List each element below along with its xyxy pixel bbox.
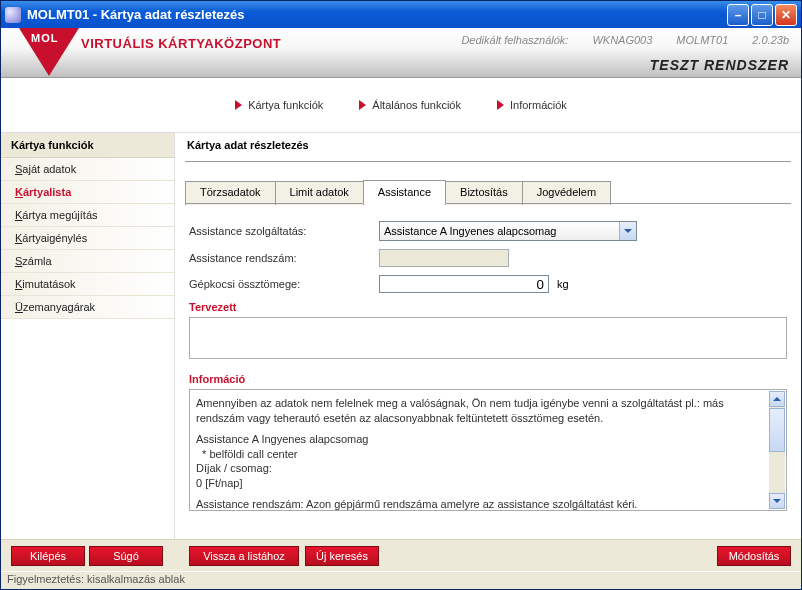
- sidebar-item-label: imutatások: [22, 278, 75, 290]
- new-search-button[interactable]: Új keresés: [305, 546, 379, 566]
- tab-bar: TörzsadatokLimit adatokAssistanceBiztosí…: [185, 180, 791, 204]
- app-window: MOLMT01 - Kártya adat részletezés – □ ✕ …: [0, 0, 802, 590]
- banner: VIRTUÁLIS KÁRTYAKÖZPONT Dedikált felhasz…: [1, 28, 801, 78]
- row-service: Assistance szolgáltatás:: [189, 221, 787, 241]
- info-line: * belföldi call center: [196, 447, 766, 462]
- topmenu-item-cards[interactable]: Kártya funkciók: [235, 99, 323, 111]
- tab[interactable]: Limit adatok: [275, 181, 364, 205]
- meta-user: WKNAG003: [592, 34, 652, 46]
- sidebar-item[interactable]: Üzemanyagárak: [1, 296, 174, 319]
- meta-version: 2.0.23b: [752, 34, 789, 46]
- scroll-track[interactable]: [769, 453, 785, 493]
- plate-input: [379, 249, 509, 267]
- planned-box: [189, 317, 787, 359]
- service-label: Assistance szolgáltatás:: [189, 225, 379, 237]
- sidebar-item[interactable]: Kártyaigénylés: [1, 227, 174, 250]
- info-line: 0 [Ft/nap]: [196, 476, 766, 491]
- status-bar: Figyelmeztetés: kisalkalmazás ablak: [1, 571, 801, 589]
- row-plate: Assistance rendszám:: [189, 249, 787, 267]
- sidebar-item[interactable]: Saját adatok: [1, 158, 174, 181]
- plate-label: Assistance rendszám:: [189, 252, 379, 264]
- sidebar-items: Saját adatokKártyalistaKártya megújításK…: [1, 158, 174, 319]
- info-box: Amennyiben az adatok nem felelnek meg a …: [189, 389, 787, 511]
- sidebar-heading: Kártya funkciók: [1, 133, 174, 158]
- exit-button[interactable]: Kilépés: [11, 546, 85, 566]
- sidebar-item-label: ártyaigénylés: [22, 232, 87, 244]
- close-button[interactable]: ✕: [775, 4, 797, 26]
- service-select[interactable]: [379, 221, 637, 241]
- info-line: Amennyiben az adatok nem felelnek meg a …: [196, 396, 766, 426]
- help-button[interactable]: Súgó: [89, 546, 163, 566]
- sidebar-item-label: ártya megújítás: [22, 209, 97, 221]
- service-select-wrap: [379, 221, 637, 241]
- sidebar-item-hotkey: Ü: [15, 301, 23, 313]
- sidebar-item-label: zemanyagárak: [23, 301, 95, 313]
- main-heading: Kártya adat részletezés: [185, 133, 791, 162]
- main-panel: Kártya adat részletezés TörzsadatokLimit…: [175, 133, 801, 539]
- sidebar-item-label: aját adatok: [22, 163, 76, 175]
- banner-title: VIRTUÁLIS KÁRTYAKÖZPONT: [81, 36, 281, 51]
- topmenu-label: Általános funkciók: [372, 99, 461, 111]
- topmenu-label: Kártya funkciók: [248, 99, 323, 111]
- mol-logo-icon: [19, 28, 79, 76]
- app-icon: [5, 7, 21, 23]
- scroll-up-icon[interactable]: [769, 391, 785, 407]
- info-line: Assistance rendszám: Azon gépjármű rends…: [196, 497, 766, 512]
- window-title: MOLMT01 - Kártya adat részletezés: [27, 7, 727, 22]
- tab-underline: [185, 203, 791, 204]
- info-scrollbar[interactable]: [769, 391, 785, 509]
- tab[interactable]: Törzsadatok: [185, 181, 276, 205]
- tab[interactable]: Assistance: [363, 180, 446, 204]
- row-weight: Gépkocsi össztömege: kg: [189, 275, 787, 293]
- triangle-right-icon: [359, 100, 366, 110]
- modify-button[interactable]: Módosítás: [717, 546, 791, 566]
- topmenu-label: Információk: [510, 99, 567, 111]
- sidebar-item-label: zámla: [22, 255, 51, 267]
- info-line: Díjak / csomag:: [196, 461, 766, 476]
- meta-app: MOLMT01: [676, 34, 728, 46]
- section-info-title: Információ: [189, 373, 787, 385]
- info-line: Assistance A Ingyenes alapcsomag: [196, 432, 766, 447]
- tab[interactable]: Biztosítás: [445, 181, 523, 205]
- banner-meta: Dedikált felhasználók: WKNAG003 MOLMT01 …: [461, 34, 789, 46]
- tab[interactable]: Jogvédelem: [522, 181, 611, 205]
- triangle-right-icon: [235, 100, 242, 110]
- titlebar: MOLMT01 - Kártya adat részletezés – □ ✕: [1, 1, 801, 28]
- sidebar-item[interactable]: Kártya megújítás: [1, 204, 174, 227]
- weight-unit: kg: [557, 278, 569, 290]
- sidebar: Kártya funkciók Saját adatokKártyalistaK…: [1, 133, 175, 539]
- sidebar-item[interactable]: Számla: [1, 250, 174, 273]
- topmenu-item-info[interactable]: Információk: [497, 99, 567, 111]
- meta-label: Dedikált felhasználók:: [461, 34, 568, 46]
- scroll-down-icon[interactable]: [769, 493, 785, 509]
- back-to-list-button[interactable]: Vissza a listához: [189, 546, 299, 566]
- maximize-button[interactable]: □: [751, 4, 773, 26]
- weight-input[interactable]: [379, 275, 549, 293]
- sidebar-item[interactable]: Kimutatások: [1, 273, 174, 296]
- weight-label: Gépkocsi össztömege:: [189, 278, 379, 290]
- sidebar-item-hotkey: K: [15, 186, 23, 198]
- bottom-bar: Kilépés Súgó Vissza a listához Új keresé…: [1, 539, 801, 571]
- sidebar-item[interactable]: Kártyalista: [1, 181, 174, 204]
- content: Kártya funkciók Saját adatokKártyalistaK…: [1, 133, 801, 539]
- banner-environment-tag: TESZT RENDSZER: [650, 57, 789, 73]
- section-planned-title: Tervezett: [189, 301, 787, 313]
- topmenu-item-general[interactable]: Általános funkciók: [359, 99, 461, 111]
- triangle-right-icon: [497, 100, 504, 110]
- sidebar-item-label: ártyalista: [23, 186, 71, 198]
- top-menu: Kártya funkciók Általános funkciók Infor…: [1, 78, 801, 133]
- form-area: Assistance szolgáltatás: Assistance rend…: [185, 205, 791, 515]
- minimize-button[interactable]: –: [727, 4, 749, 26]
- window-buttons: – □ ✕: [727, 4, 797, 26]
- scroll-thumb[interactable]: [769, 408, 785, 452]
